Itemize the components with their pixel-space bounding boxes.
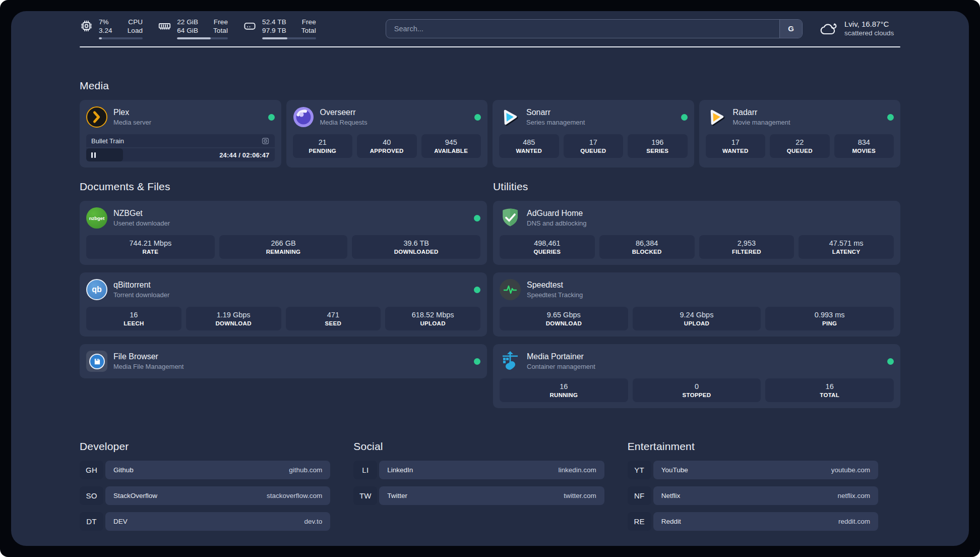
stat-label: PENDING <box>309 147 337 155</box>
service-card-adguard-home[interactable]: AdGuard HomeDNS and adblocking498,461QUE… <box>493 201 900 265</box>
weather-location-temp: Lviv, 16.87°C <box>844 19 894 29</box>
link-name: Netflix <box>661 492 681 499</box>
service-meta: RadarrMovie management <box>733 107 790 127</box>
service-card-file-browser[interactable]: File BrowserMedia File Management <box>80 344 487 378</box>
service-card-header: Media PortainerContainer management <box>500 350 894 372</box>
section-title: Social <box>353 440 604 453</box>
stat-download: 1.19 GbpsDOWNLOAD <box>186 307 281 330</box>
service-meta: SpeedtestSpeedtest Tracking <box>527 280 583 299</box>
link-url: linkedin.com <box>559 466 596 474</box>
service-card-speedtest[interactable]: SpeedtestSpeedtest Tracking9.65 GbpsDOWN… <box>493 272 900 337</box>
top-bar: 7%3.24 CPULoad <box>80 11 900 39</box>
service-description: Container management <box>527 363 595 371</box>
stat-value: 9.65 Gbps <box>547 310 581 319</box>
service-card-header: qbqBittorrentTorrent downloader <box>86 278 480 301</box>
link-name: YouTube <box>661 466 688 474</box>
section-title: Developer <box>80 440 330 453</box>
stat-value: 945 <box>445 138 457 147</box>
service-description: Speedtest Tracking <box>527 291 583 299</box>
service-card-media-portainer[interactable]: Media PortainerContainer management16RUN… <box>493 344 900 408</box>
stat-label: LATENCY <box>832 248 861 256</box>
search-provider-button[interactable]: G <box>779 20 802 38</box>
link-dev[interactable]: DTDEVdev.to <box>80 512 330 531</box>
stat-label: TOTAL <box>820 392 839 399</box>
service-description: Media File Management <box>113 363 183 371</box>
disk-progressbar <box>262 37 316 39</box>
video-icon <box>261 137 270 145</box>
link-name: DEV <box>113 518 128 525</box>
service-name: Sonarr <box>526 107 585 118</box>
service-card-sonarr[interactable]: SonarrSeries management485WANTED17QUEUED… <box>493 100 694 168</box>
stat-value: 16 <box>560 382 568 391</box>
stat-label: DOWNLOAD <box>546 320 582 327</box>
stat-label: SERIES <box>646 147 668 155</box>
stat-label: BLOCKED <box>632 248 662 256</box>
section-developer: DeveloperGHGithubgithub.comSOStackOverfl… <box>80 440 330 538</box>
service-meta: SonarrSeries management <box>526 107 585 127</box>
service-stats: 485WANTED17QUEUED196SERIES <box>499 134 688 158</box>
stat-label: MOVIES <box>852 147 876 155</box>
service-card-radarr[interactable]: RadarrMovie management17WANTED22QUEUED83… <box>699 100 901 168</box>
link-icon-reddit: RE <box>628 512 651 531</box>
service-card-plex[interactable]: PlexMedia serverBullet Train24:44 / 02:0… <box>80 100 281 168</box>
overseerr-icon <box>293 106 314 128</box>
stat-value: 744.21 Mbps <box>129 239 171 248</box>
filebrowser-icon <box>86 351 107 372</box>
service-name: File Browser <box>113 352 183 362</box>
link-github[interactable]: GHGithubgithub.com <box>80 461 330 479</box>
link-netflix[interactable]: NFNetflixnetflix.com <box>628 486 878 505</box>
service-card-nzbget[interactable]: nzbgetNZBGetUsenet downloader744.21 Mbps… <box>80 201 487 265</box>
stat-seed: 471SEED <box>286 307 381 330</box>
service-name: Speedtest <box>527 280 583 290</box>
service-name: Radarr <box>733 107 790 118</box>
status-dot-online <box>268 114 275 121</box>
service-description: Torrent downloader <box>113 291 169 299</box>
link-twitter[interactable]: TWTwittertwitter.com <box>353 486 604 505</box>
stat-pending: 21PENDING <box>293 134 353 158</box>
stat-value: 196 <box>651 138 663 147</box>
service-card-header: AdGuard HomeDNS and adblocking <box>500 207 894 229</box>
service-name: Overseerr <box>320 107 368 118</box>
service-stats: 17WANTED22QUEUED834MOVIES <box>706 134 894 158</box>
stat-value: 47.571 ms <box>829 239 864 248</box>
stat-value: 618.52 Mbps <box>412 310 454 319</box>
service-card-overseerr[interactable]: OverseerrMedia Requests21PENDING40APPROV… <box>286 100 488 168</box>
stat-label: FILTERED <box>732 248 761 256</box>
stat-ping: 0.993 msPING <box>765 307 894 330</box>
service-name: AdGuard Home <box>527 208 587 218</box>
link-bar: YouTubeyoutube.com <box>653 461 878 479</box>
link-bar: Twittertwitter.com <box>379 486 604 505</box>
link-bar: Redditreddit.com <box>653 512 878 531</box>
service-card-header: PlexMedia server <box>86 106 275 128</box>
section-media: Media PlexMedia serverBullet Train24:44 … <box>80 80 900 168</box>
portainer-icon <box>500 351 521 372</box>
disk-widget: 52.4 TB97.9 TB FreeTotal <box>243 18 316 39</box>
cpu-labels: CPULoad <box>128 18 143 35</box>
section-title: Documents & Files <box>80 181 487 193</box>
link-bar: StackOverflowstackoverflow.com <box>105 486 330 505</box>
nzbget-icon: nzbget <box>86 207 107 229</box>
pause-icon[interactable] <box>91 152 96 158</box>
link-name: StackOverflow <box>113 492 157 499</box>
section-utilities: Utilities AdGuard HomeDNS and adblocking… <box>493 181 900 408</box>
qbittorrent-icon: qb <box>86 279 107 300</box>
status-dot-online <box>474 358 480 365</box>
dashboard-panel: 7%3.24 CPULoad <box>11 11 969 546</box>
stat-label: STOPPED <box>683 392 711 399</box>
memory-progressbar <box>177 37 228 39</box>
link-stackoverflow[interactable]: SOStackOverflowstackoverflow.com <box>80 486 330 505</box>
service-stats: 744.21 MbpsRATE266 GBREMAINING39.6 TBDOW… <box>86 235 480 259</box>
service-card-qbittorrent[interactable]: qbqBittorrentTorrent downloader16LEECH1.… <box>80 272 487 337</box>
link-linkedin[interactable]: LILinkedInlinkedin.com <box>353 461 604 479</box>
search-input[interactable] <box>386 20 779 38</box>
link-reddit[interactable]: RERedditreddit.com <box>628 512 878 531</box>
status-dot-online <box>887 114 894 121</box>
link-youtube[interactable]: YTYouTubeyoutube.com <box>628 461 878 479</box>
service-stats: 498,461QUERIES86,384BLOCKED2,953FILTERED… <box>500 235 894 259</box>
stat-label: WANTED <box>722 147 749 155</box>
memory-labels: FreeTotal <box>213 18 228 35</box>
stat-value: 485 <box>523 138 535 147</box>
stat-label: RUNNING <box>549 392 578 399</box>
service-meta: PlexMedia server <box>113 107 151 127</box>
stat-value: 471 <box>327 310 339 319</box>
